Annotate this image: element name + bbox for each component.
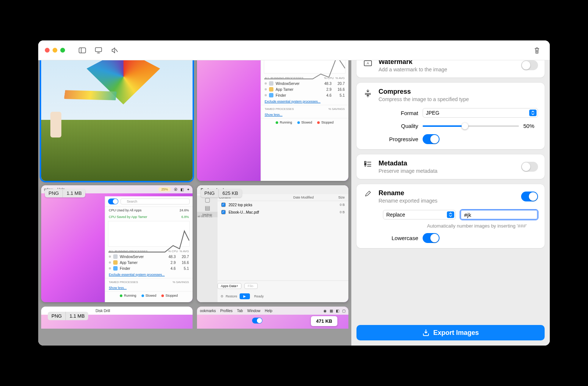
list-icon (363, 160, 373, 167)
watermark-panel: A Watermark Add a watermark to the image (356, 60, 545, 78)
compress-subtitle: Compress the image to a specified type (379, 96, 538, 102)
export-button-label: Export Images (433, 329, 479, 337)
svg-line-5 (115, 49, 118, 52)
zoom-window-button[interactable] (60, 48, 65, 53)
image-gallery[interactable]: ALL RUNNING PROCESSES% CPU% Avg WindowSe… (38, 60, 351, 346)
thumbnail-badge: PNG1.1 MB (48, 312, 88, 320)
quality-value: 50% (523, 123, 538, 129)
compress-panel: Compress Compress the image to a specifi… (356, 83, 545, 149)
thumbnail-item[interactable]: ALL RUNNING PROCESSES% CPU% Avg WindowSe… (197, 60, 348, 181)
metadata-panel: Metadata Preserve image metadata (356, 154, 545, 179)
thumbnail-badge: PNG1.1 MB (45, 189, 85, 197)
watermark-subtitle: Add a watermark to the image (379, 67, 515, 72)
export-images-button[interactable]: Export Images (356, 325, 545, 340)
sidebar-toggle-icon[interactable] (76, 45, 89, 56)
close-window-button[interactable] (45, 48, 50, 53)
minimize-window-button[interactable] (53, 48, 57, 53)
compress-icon (363, 88, 373, 97)
rename-hint: Automatically number images by inserting… (427, 223, 538, 229)
thumbnail-preview: ALL RUNNING PROCESSES% CPU% Avg WindowSe… (261, 60, 348, 181)
format-label: Format (363, 110, 418, 116)
svg-rect-2 (96, 47, 102, 51)
lowercase-label: Lowercase (363, 235, 418, 241)
chevrons-icon (447, 211, 454, 218)
rename-mode-select[interactable]: Replace (383, 210, 456, 219)
quality-slider[interactable] (423, 125, 519, 127)
svg-rect-13 (365, 161, 366, 163)
rename-toggle[interactable] (521, 192, 538, 201)
progressive-label: Progressive (363, 136, 418, 142)
quality-label: Quality (363, 123, 418, 129)
rename-panel: Rename Rename exported images Replace (356, 184, 545, 248)
watermark-icon: A (363, 60, 373, 66)
thumbnail-item[interactable]: ookmarksProfilesTabWindowHelp ◉▦◧▢ 471 K… (197, 307, 348, 329)
svg-rect-15 (365, 164, 366, 165)
rename-pattern-input[interactable] (460, 210, 538, 220)
pencil-icon (363, 189, 373, 197)
thumbnail-item[interactable]: Disk Drill PNG1.1 MB (41, 307, 193, 329)
thumbnail-item[interactable]: ndowHelp 25%⦿◧✦ Search CPU Used by All A… (41, 185, 193, 302)
trash-icon[interactable] (531, 45, 543, 56)
export-icon (422, 329, 430, 336)
rename-subtitle: Rename exported images (379, 198, 515, 204)
thumbnail-preview (41, 60, 193, 181)
mute-icon[interactable] (108, 45, 121, 56)
svg-text:A: A (367, 61, 369, 65)
rename-title: Rename (379, 189, 515, 197)
progressive-toggle[interactable] (423, 134, 440, 144)
metadata-toggle[interactable] (521, 162, 538, 172)
app-window: ALL RUNNING PROCESSES% CPU% Avg WindowSe… (38, 40, 550, 346)
metadata-title: Metadata (379, 160, 515, 167)
lowercase-toggle[interactable] (423, 233, 440, 243)
display-icon[interactable] (92, 45, 105, 56)
size-pill: 471 KB (311, 316, 337, 326)
metadata-subtitle: Preserve image metadata (379, 168, 515, 174)
titlebar (38, 40, 550, 60)
export-sidebar: A Watermark Add a watermark to the image (351, 60, 550, 346)
thumbnail-item[interactable] (41, 60, 193, 181)
watermark-title: Watermark (379, 60, 515, 66)
chevrons-icon (529, 110, 537, 116)
svg-point-4 (98, 52, 99, 53)
svg-rect-0 (79, 48, 86, 53)
watermark-toggle[interactable] (521, 60, 538, 70)
thumbnail-preview: Search CPU Used by All Apps24.6% CPU Sav… (105, 196, 193, 302)
thumbnail-badge: PNG625 KB (201, 189, 242, 197)
format-select[interactable]: JPEG (423, 108, 538, 118)
compress-title: Compress (379, 88, 538, 96)
traffic-lights (45, 48, 65, 53)
thumbnail-item[interactable]: Backup: backup ContentDate ModifiedSize … (197, 185, 348, 302)
thumbnail-preview: Backup: backup ContentDate ModifiedSize … (197, 185, 348, 302)
